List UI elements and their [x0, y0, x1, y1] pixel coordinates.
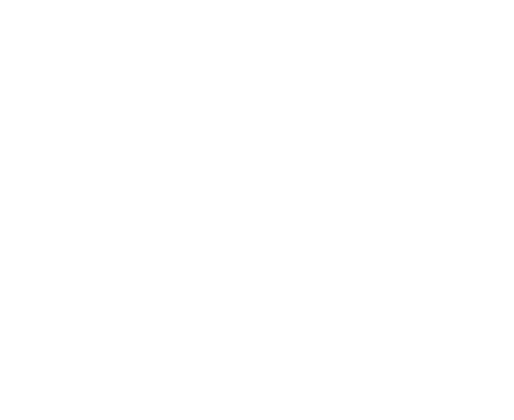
chart-container: [0, 0, 514, 420]
violin-chart: [0, 0, 514, 420]
